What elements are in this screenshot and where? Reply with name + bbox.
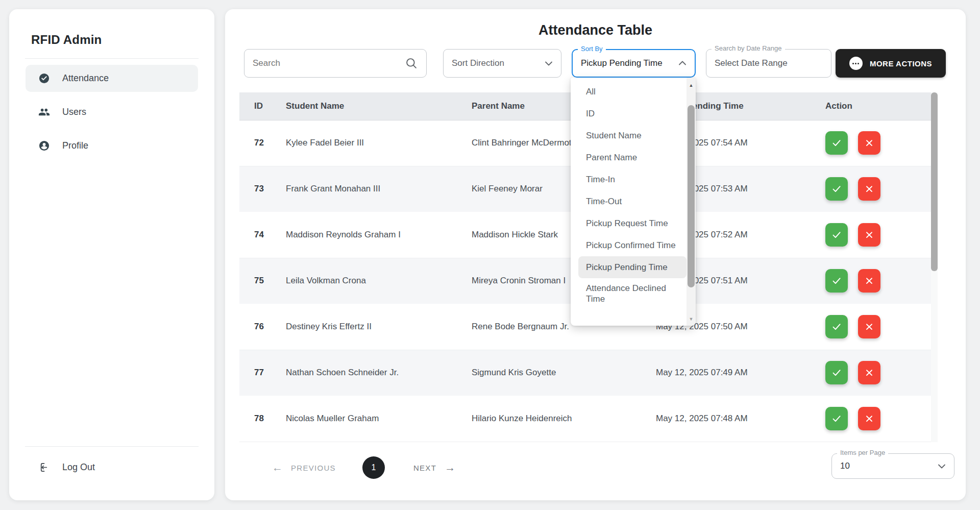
row-actions	[825, 177, 938, 201]
cell-action	[825, 258, 938, 304]
column-header-id[interactable]: ID	[239, 92, 286, 120]
items-per-page-value: 10	[832, 461, 936, 471]
sidebar-item-label: Profile	[62, 140, 88, 151]
cell-action	[825, 166, 938, 212]
next-label: NEXT	[413, 464, 436, 472]
left-arrow-icon: ←	[272, 462, 283, 474]
dropdown-scrollbar[interactable]: ▲ ▼	[687, 78, 696, 326]
cell-student: Maddison Reynolds Graham I	[286, 212, 472, 258]
decline-button[interactable]	[858, 223, 880, 247]
previous-page-button[interactable]: ← PREVIOUS	[272, 462, 336, 474]
sort-option[interactable]: Attendance Declined Time	[578, 278, 687, 309]
confirm-button[interactable]	[825, 269, 848, 293]
table-scrollbar-thumb[interactable]	[931, 92, 938, 271]
chevron-down-icon	[543, 57, 555, 69]
cell-parent: Hilario Kunze Heidenreich	[472, 396, 656, 442]
check-circle-icon	[38, 72, 50, 84]
sort-direction-select[interactable]: Sort Direction	[443, 49, 561, 78]
confirm-button[interactable]	[825, 361, 848, 384]
decline-button[interactable]	[858, 269, 880, 293]
sidebar-nav: Attendance Users Profile	[26, 65, 198, 159]
cell-student: Nicolas Mueller Graham	[286, 396, 472, 442]
sort-option[interactable]: All	[578, 81, 687, 103]
cell-time: May 12, 2025 07:48 AM	[656, 396, 825, 442]
row-actions	[825, 361, 938, 384]
table-scrollbar[interactable]	[931, 92, 938, 442]
decline-button[interactable]	[858, 131, 880, 155]
current-page-indicator[interactable]: 1	[362, 456, 385, 479]
cell-id: 77	[239, 350, 286, 396]
page-title: Attendance Table	[225, 22, 966, 38]
people-icon	[38, 106, 50, 118]
date-range-label: Search by Date Range	[712, 44, 785, 52]
confirm-button[interactable]	[825, 407, 848, 430]
cell-id: 74	[239, 212, 286, 258]
table-row: 77Nathan Schoen Schneider Jr.Sigmund Kri…	[239, 350, 938, 396]
confirm-button[interactable]	[825, 223, 848, 247]
items-per-page-label: Items per Page	[837, 449, 888, 456]
scroll-up-icon[interactable]: ▲	[687, 83, 696, 88]
search-icon[interactable]	[405, 57, 418, 70]
decline-button[interactable]	[858, 177, 880, 201]
confirm-button[interactable]	[825, 315, 848, 338]
previous-label: PREVIOUS	[291, 464, 336, 472]
cell-student: Leila Volkman Crona	[286, 258, 472, 304]
cell-id: 75	[239, 258, 286, 304]
scroll-down-icon[interactable]: ▼	[687, 317, 696, 322]
sort-option[interactable]: ID	[578, 103, 687, 125]
cell-id: 72	[239, 120, 286, 166]
cell-action	[825, 396, 938, 442]
column-header-student-name[interactable]: Student Name	[286, 92, 472, 120]
column-header-action: Action	[825, 92, 938, 120]
cell-id: 73	[239, 166, 286, 212]
search-field[interactable]	[244, 49, 427, 78]
table-row: 78Nicolas Mueller GrahamHilario Kunze He…	[239, 396, 938, 442]
sort-option[interactable]: Time-Out	[578, 190, 687, 212]
sidebar-item-users[interactable]: Users	[26, 99, 198, 126]
sidebar-item-label: Users	[62, 107, 86, 117]
cell-student: Kylee Fadel Beier III	[286, 120, 472, 166]
more-actions-label: MORE ACTIONS	[870, 59, 932, 68]
date-range-input[interactable]: Search by Date Range Select Date Range	[706, 49, 831, 78]
cell-action	[825, 120, 938, 166]
decline-button[interactable]	[858, 407, 880, 430]
confirm-button[interactable]	[825, 177, 848, 201]
cell-id: 76	[239, 304, 286, 350]
cell-student: Frank Grant Monahan III	[286, 166, 472, 212]
row-actions	[825, 131, 938, 155]
ellipsis-icon	[849, 57, 863, 70]
sidebar-item-profile[interactable]: Profile	[26, 132, 198, 159]
logout-button[interactable]: Log Out	[26, 454, 198, 481]
search-input[interactable]	[253, 58, 405, 68]
confirm-button[interactable]	[825, 131, 848, 155]
sidebar-item-label: Attendance	[62, 73, 109, 84]
row-actions	[825, 223, 938, 247]
decline-button[interactable]	[858, 361, 880, 384]
more-actions-button[interactable]: MORE ACTIONS	[836, 49, 946, 78]
sort-option[interactable]: Parent Name	[578, 147, 687, 168]
sort-option[interactable]: Pickup Request Time	[578, 212, 687, 234]
dropdown-scrollbar-thumb[interactable]	[688, 105, 695, 287]
pagination: ← PREVIOUS 1 NEXT →	[272, 454, 455, 481]
items-per-page-select[interactable]: Items per Page 10	[831, 453, 954, 479]
next-page-button[interactable]: NEXT →	[413, 462, 455, 474]
cell-time: May 12, 2025 07:49 AM	[656, 350, 825, 396]
sort-direction-value: Sort Direction	[444, 58, 543, 68]
sort-option[interactable]: Student Name	[578, 125, 687, 147]
sort-option[interactable]: Pickup Pending Time	[578, 256, 687, 278]
logout-icon	[38, 462, 50, 473]
cell-student: Nathan Schoen Schneider Jr.	[286, 350, 472, 396]
row-actions	[825, 407, 938, 430]
sort-by-select[interactable]: Sort By Pickup Pending Time	[572, 49, 696, 78]
sidebar-divider	[25, 58, 199, 59]
row-actions	[825, 269, 938, 293]
cell-id: 78	[239, 396, 286, 442]
sort-option[interactable]: Time-In	[578, 168, 687, 190]
sidebar-item-attendance[interactable]: Attendance	[26, 65, 198, 92]
row-actions	[825, 315, 938, 338]
sidebar: RFID Admin Attendance Users Profile	[9, 9, 214, 500]
cell-student: Destiney Kris Effertz II	[286, 304, 472, 350]
footer-divider	[25, 446, 199, 447]
decline-button[interactable]	[858, 315, 880, 338]
sort-option[interactable]: Pickup Confirmed Time	[578, 234, 687, 256]
